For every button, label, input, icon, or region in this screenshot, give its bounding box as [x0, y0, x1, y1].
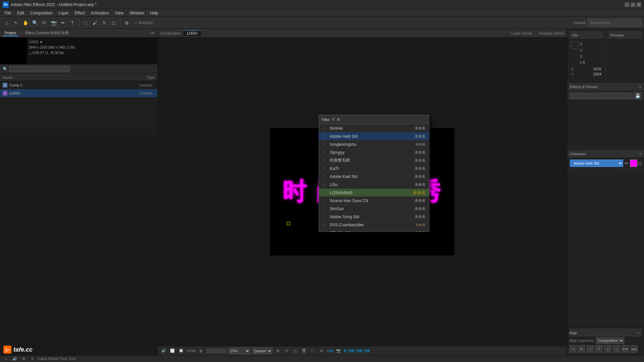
- star-icon[interactable]: ☆: [322, 166, 327, 171]
- effects-menu-icon[interactable]: ≡: [639, 85, 641, 89]
- menu-layer[interactable]: Layer: [56, 10, 71, 16]
- font-item[interactable]: ☆ hongleixingshu 未命名: [319, 140, 429, 148]
- star-icon[interactable]: ☆: [322, 134, 327, 139]
- refresh-icon[interactable]: ↺: [332, 117, 335, 122]
- align-left-btn[interactable]: ⊣: [569, 345, 577, 353]
- grid-btn[interactable]: ⊡: [283, 348, 290, 354]
- align-title[interactable]: Align: [569, 331, 577, 335]
- menu-effect[interactable]: Effect: [72, 10, 88, 16]
- align-right-btn[interactable]: ↕: [587, 345, 594, 353]
- rotate-tool[interactable]: ↻: [40, 19, 48, 27]
- status-preview-btn[interactable]: ⊞: [20, 356, 27, 362]
- star-icon[interactable]: ☆: [322, 182, 327, 187]
- info-tab[interactable]: Info: [572, 33, 578, 37]
- maximize-button[interactable]: □: [631, 2, 635, 7]
- align-top-btn[interactable]: ⊤: [595, 345, 603, 353]
- star-icon[interactable]: ☆: [322, 223, 327, 227]
- effects-search-input[interactable]: [570, 93, 633, 99]
- font-item[interactable]: ☆ Sljmyjyy 未命名: [319, 148, 429, 157]
- menu-view[interactable]: View: [112, 10, 126, 16]
- font-item[interactable]: ☆ Source Han Sans CN 未命名: [319, 197, 429, 205]
- star-icon[interactable]: ☆: [322, 174, 327, 179]
- star-icon[interactable]: ☆: [322, 158, 327, 163]
- distribute-h-btn[interactable]: ⟷: [622, 345, 629, 353]
- align-center-v-btn[interactable]: ⊥: [604, 345, 611, 353]
- list-item[interactable]: C Comp 1 Compos...: [0, 81, 157, 89]
- camera-tool[interactable]: 📷: [50, 19, 58, 27]
- logo-viewport-tab[interactable]: LOGO: [183, 30, 201, 36]
- star-icon[interactable]: ☆: [322, 231, 327, 232]
- character-menu-icon[interactable]: ≡: [639, 152, 641, 156]
- star-icon[interactable]: ☆: [322, 126, 327, 131]
- align-bottom-btn[interactable]: ↔: [613, 345, 620, 353]
- star-icon[interactable]: ☆: [322, 206, 327, 211]
- zoom-select[interactable]: 25%: [228, 348, 250, 354]
- align-menu-icon[interactable]: ≡: [637, 331, 639, 335]
- star-icon[interactable]: ☆: [322, 142, 327, 147]
- font-item[interactable]: ☆ Adobe Kaiti Std 未命名: [319, 173, 429, 181]
- help-search[interactable]: [588, 19, 641, 26]
- preview-tab[interactable]: Preview: [610, 33, 624, 37]
- project-search-input[interactable]: [9, 66, 69, 72]
- distribute-v-btn[interactable]: ⟺: [630, 345, 638, 353]
- list-item[interactable]: L LOGO Compos...: [0, 89, 157, 97]
- effect-controls-tab[interactable]: Effect Controls 时尚灯光秀: [23, 30, 71, 36]
- font-item[interactable]: ☆ SimHei 未命名: [319, 124, 429, 132]
- text-tool[interactable]: T: [68, 19, 76, 27]
- quality-select[interactable]: Quarter: [252, 348, 272, 354]
- font-item[interactable]: ☆ LiSu 未命名: [319, 181, 429, 189]
- font-item[interactable]: ☆ LQSshufaziti 未命名: [319, 189, 429, 197]
- status-info-btn[interactable]: ℹ: [29, 356, 36, 362]
- camera-shot-btn[interactable]: 📷: [335, 348, 342, 354]
- effects-title[interactable]: Effects & Presets: [570, 85, 598, 89]
- project-tab[interactable]: Project: [3, 30, 18, 36]
- font-item[interactable]: ☆ Adobe Song Std 未命名: [319, 213, 429, 221]
- clone-tool[interactable]: ⎘: [100, 19, 108, 27]
- font-item[interactable]: ☆ SimSun 未命名: [319, 205, 429, 213]
- menu-help[interactable]: Help: [147, 10, 161, 16]
- hand-tool[interactable]: ✋: [21, 19, 30, 27]
- font-item[interactable]: ☆ Adobe Heiti Std 未命名: [319, 132, 429, 140]
- effects-save-btn[interactable]: 💾: [634, 92, 641, 100]
- font-dropdown[interactable]: Filter ↺ ⚙ ☆ SimHei 未命名 ☆ Adobe Heiti St…: [319, 115, 429, 232]
- pen-tool[interactable]: ✒: [59, 19, 67, 27]
- fit-btn[interactable]: ⊞: [274, 348, 281, 354]
- audio-btn[interactable]: 🔊: [160, 348, 167, 354]
- frame-btn[interactable]: ⬜: [169, 348, 176, 354]
- align-center-h-btn[interactable]: ⊢: [578, 345, 585, 353]
- home-button[interactable]: ⌂: [3, 19, 11, 27]
- align-to-select[interactable]: Composition: [596, 337, 624, 344]
- menu-composition[interactable]: Composition: [28, 10, 55, 16]
- panel-expand-icon[interactable]: ≫: [151, 31, 155, 35]
- layer-panel-tab[interactable]: Layer (none): [511, 31, 532, 35]
- star-icon[interactable]: ☆: [322, 215, 327, 219]
- brush-tool[interactable]: 🖌: [91, 19, 99, 27]
- menu-file[interactable]: File: [2, 10, 14, 16]
- menu-window[interactable]: Window: [127, 10, 147, 16]
- motion-btn[interactable]: 🎬: [301, 348, 307, 354]
- status-audio-btn[interactable]: 🔊: [11, 356, 18, 362]
- status-render-btn[interactable]: ▷: [3, 356, 9, 362]
- shape-tool[interactable]: □: [82, 19, 90, 27]
- font-item[interactable]: ☆ 经典繁毛楷 未命名: [319, 157, 429, 165]
- font-item[interactable]: ☆ SXS-Cuanbaozibei 未命名: [319, 221, 429, 229]
- font-item[interactable]: ☆ CTLiShuSJ 未命名: [319, 229, 429, 232]
- pencil-icon[interactable]: ✏: [625, 161, 629, 166]
- star-icon[interactable]: ☆: [322, 150, 327, 155]
- character-title[interactable]: Character: [570, 152, 586, 156]
- mask-btn[interactable]: ◫: [292, 348, 299, 354]
- 3d-btn[interactable]: ⬡: [309, 348, 316, 354]
- close-button[interactable]: ✕: [637, 2, 641, 7]
- star-icon[interactable]: ☆: [322, 190, 327, 195]
- star-icon[interactable]: ☆: [322, 198, 327, 203]
- character-color[interactable]: [630, 160, 637, 167]
- font-selector[interactable]: Adobe Heiti Std: [570, 160, 623, 167]
- render-btn[interactable]: 🔲: [178, 348, 184, 354]
- footage-panel-tab[interactable]: Footage (none): [539, 31, 564, 35]
- arrow-tool[interactable]: ↖: [12, 19, 20, 27]
- puppet-tool[interactable]: ⊕: [123, 19, 131, 27]
- white-color-box[interactable]: □: [639, 161, 641, 166]
- window-controls[interactable]: ─ □ ✕: [625, 2, 641, 7]
- menu-animation[interactable]: Animation: [88, 10, 111, 16]
- zoom-tool[interactable]: 🔍: [31, 19, 39, 27]
